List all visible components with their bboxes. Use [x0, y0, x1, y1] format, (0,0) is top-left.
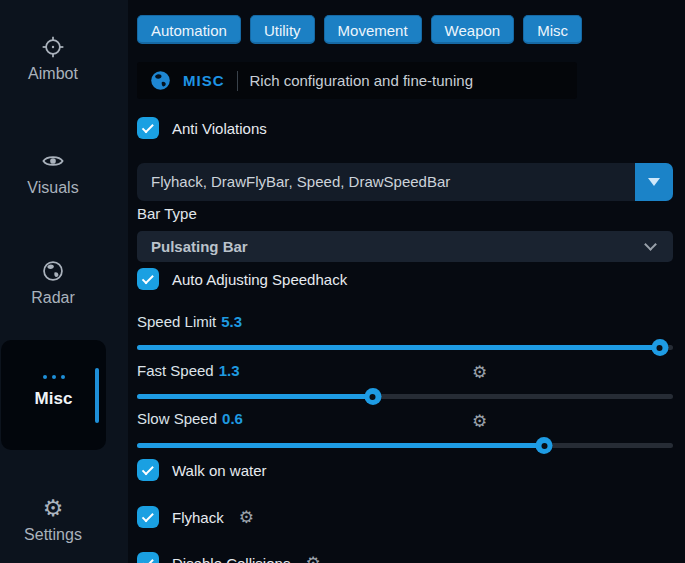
- active-indicator-bar: [95, 368, 99, 423]
- slow-speed-label: Slow Speed0.6: [137, 410, 243, 427]
- fast-speed-slider[interactable]: [137, 388, 673, 405]
- anti-violations-row: Anti Violations: [137, 116, 267, 140]
- tab-misc[interactable]: Misc: [523, 15, 582, 44]
- checkmark-icon: [141, 510, 153, 522]
- slider-label-text: Slow Speed: [137, 410, 217, 427]
- select-value: Pulsating Bar: [137, 231, 673, 262]
- section-header: MISC Rich configuration and fine-tuning: [137, 62, 577, 99]
- sidebar-item-label: Misc: [1, 389, 106, 409]
- disable-collisions-row: Disable Collisions ⚙: [137, 551, 321, 563]
- sidebar-item-settings[interactable]: ⚙ Settings: [0, 495, 106, 544]
- header-divider: [237, 71, 238, 91]
- tab-utility[interactable]: Utility: [250, 15, 315, 44]
- multiselect-dropdown-button[interactable]: [635, 163, 673, 201]
- gear-icon: ⚙: [0, 495, 106, 521]
- checkmark-icon: [141, 121, 153, 133]
- gear-icon[interactable]: ⚙: [472, 411, 487, 432]
- speed-limit-slider[interactable]: [137, 339, 673, 356]
- flyhack-checkbox[interactable]: [137, 506, 159, 528]
- sidebar-item-label: Radar: [0, 289, 106, 307]
- sidebar-item-label: Settings: [0, 526, 106, 544]
- bar-type-label: Bar Type: [137, 205, 197, 222]
- auto-adjusting-checkbox[interactable]: [137, 268, 159, 290]
- slider-handle[interactable]: [651, 339, 668, 356]
- main-panel: Automation Utility Movement Weapon Misc …: [128, 0, 685, 563]
- gear-icon[interactable]: ⚙: [472, 362, 487, 383]
- tab-automation[interactable]: Automation: [137, 15, 241, 44]
- section-title: MISC: [183, 72, 225, 89]
- sidebar-item-visuals[interactable]: Visuals: [0, 148, 106, 197]
- globe-icon: [150, 70, 171, 91]
- category-tabs: Automation Utility Movement Weapon Misc: [137, 15, 582, 44]
- triangle-down-icon: [648, 178, 660, 186]
- crosshair-icon: [0, 34, 106, 60]
- tab-weapon[interactable]: Weapon: [431, 15, 515, 44]
- checkmark-icon: [141, 556, 153, 563]
- sidebar-item-aimbot[interactable]: Aimbot: [0, 34, 106, 83]
- ellipsis-icon: [1, 375, 106, 379]
- checkbox-label: Walk on water: [172, 462, 266, 479]
- sidebar-item-radar[interactable]: Radar: [0, 258, 106, 307]
- fast-speed-label: Fast Speed1.3: [137, 362, 240, 379]
- slider-fill: [137, 443, 544, 448]
- anti-violations-checkbox[interactable]: [137, 117, 159, 139]
- checkbox-label: Auto Adjusting Speedhack: [172, 271, 347, 288]
- bar-type-select[interactable]: Pulsating Bar: [137, 231, 673, 262]
- slider-fill: [137, 394, 373, 399]
- slider-label-text: Speed Limit: [137, 313, 216, 330]
- checkbox-label: Anti Violations: [172, 120, 267, 137]
- checkbox-label: Disable Collisions: [172, 555, 290, 563]
- sidebar-item-label: Visuals: [0, 179, 106, 197]
- slider-handle[interactable]: [536, 437, 553, 454]
- checkbox-label: Flyhack: [172, 509, 224, 526]
- checkmark-icon: [141, 272, 153, 284]
- slider-value: 5.3: [221, 313, 242, 330]
- speed-limit-label: Speed Limit5.3: [137, 313, 242, 330]
- globe-icon: [0, 258, 106, 284]
- gear-icon[interactable]: ⚙: [305, 553, 320, 563]
- slider-label-text: Fast Speed: [137, 362, 214, 379]
- disable-collisions-checkbox[interactable]: [137, 552, 159, 563]
- slider-value: 0.6: [222, 410, 243, 427]
- sidebar: Aimbot Visuals Radar Misc ⚙ Settings: [0, 0, 128, 563]
- auto-adjusting-row: Auto Adjusting Speedhack: [137, 267, 347, 291]
- slider-handle[interactable]: [364, 388, 381, 405]
- eye-icon: [0, 148, 106, 174]
- feature-multiselect[interactable]: Flyhack, DrawFlyBar, Speed, DrawSpeedBar: [137, 163, 673, 201]
- walk-on-water-checkbox[interactable]: [137, 459, 159, 481]
- section-subtitle: Rich configuration and fine-tuning: [250, 72, 473, 89]
- slider-fill: [137, 345, 660, 350]
- tab-movement[interactable]: Movement: [324, 15, 422, 44]
- slow-speed-slider[interactable]: [137, 437, 673, 454]
- slider-value: 1.3: [219, 362, 240, 379]
- gear-icon[interactable]: ⚙: [239, 507, 254, 528]
- multiselect-value: Flyhack, DrawFlyBar, Speed, DrawSpeedBar: [137, 163, 673, 201]
- checkmark-icon: [141, 463, 153, 475]
- walk-on-water-row: Walk on water: [137, 458, 266, 482]
- sidebar-item-misc-active[interactable]: Misc: [1, 340, 106, 450]
- sidebar-item-label: Aimbot: [0, 65, 106, 83]
- flyhack-row: Flyhack ⚙: [137, 505, 254, 529]
